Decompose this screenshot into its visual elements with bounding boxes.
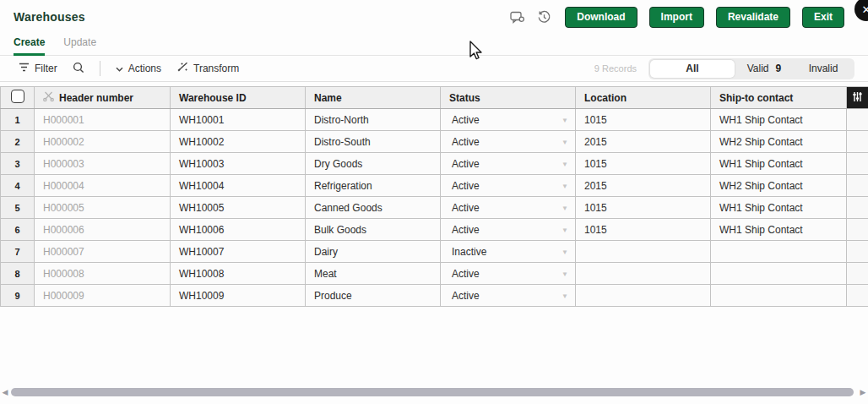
cell-name[interactable]: Produce: [306, 285, 441, 307]
row-gutter: [847, 219, 868, 241]
row-number[interactable]: 7: [1, 241, 35, 263]
cell-warehouse-id[interactable]: WH10003: [171, 153, 306, 175]
filter-label: Filter: [35, 63, 57, 74]
cell-warehouse-id[interactable]: WH10001: [171, 109, 306, 131]
import-button[interactable]: Import: [649, 7, 704, 28]
dropdown-chevron-icon: ▼: [561, 182, 568, 189]
tab-update[interactable]: Update: [63, 34, 96, 55]
scroll-right-arrow-icon[interactable]: ▶: [859, 388, 867, 396]
cell-header-number[interactable]: H000002: [35, 131, 171, 153]
cell-ship-to-contact[interactable]: WH1 Ship Contact: [711, 109, 847, 131]
cell-warehouse-id[interactable]: WH10005: [171, 197, 306, 219]
dropdown-chevron-icon: ▼: [561, 270, 568, 277]
cell-name[interactable]: Dry Goods: [306, 153, 441, 175]
cell-header-number[interactable]: H000004: [35, 175, 171, 197]
download-button[interactable]: Download: [565, 7, 637, 28]
cell-header-number[interactable]: H000003: [35, 153, 171, 175]
cell-header-number[interactable]: H000009: [35, 285, 171, 307]
feedback-icon[interactable]: [507, 8, 526, 26]
cell-status-dropdown[interactable]: Active▼: [441, 175, 576, 197]
cell-warehouse-id[interactable]: WH10008: [171, 263, 306, 285]
dropdown-chevron-icon: ▼: [561, 138, 568, 145]
cell-name[interactable]: Distro-North: [306, 109, 441, 131]
actions-menu-button[interactable]: Actions: [111, 60, 166, 77]
cell-warehouse-id[interactable]: WH10006: [171, 219, 306, 241]
cell-warehouse-id[interactable]: WH10007: [171, 241, 306, 263]
search-button[interactable]: [68, 59, 90, 79]
status-value: Active: [452, 224, 480, 236]
cell-ship-to-contact[interactable]: WH2 Ship Contact: [711, 131, 847, 153]
search-icon: [73, 62, 84, 76]
row-number[interactable]: 4: [1, 175, 35, 197]
cell-location[interactable]: 2015: [576, 131, 711, 153]
cell-name[interactable]: Dairy: [306, 241, 441, 263]
cell-location[interactable]: [576, 241, 711, 263]
cell-warehouse-id[interactable]: WH10004: [171, 175, 306, 197]
cell-status-dropdown[interactable]: Active▼: [441, 285, 576, 307]
column-header-name: Name: [306, 87, 441, 109]
row-gutter: [847, 241, 868, 263]
column-header-location: Location: [576, 87, 711, 109]
scrollbar-thumb[interactable]: [11, 388, 854, 396]
status-value: Active: [452, 114, 480, 126]
cell-location[interactable]: 1015: [576, 153, 711, 175]
segment-valid[interactable]: Valid 9: [735, 60, 794, 78]
exit-button[interactable]: Exit: [802, 7, 844, 28]
cell-ship-to-contact[interactable]: WH1 Ship Contact: [711, 219, 847, 241]
cell-name[interactable]: Meat: [306, 263, 441, 285]
cell-name[interactable]: Refrigeration: [306, 175, 441, 197]
cell-status-dropdown[interactable]: Inactive▼: [441, 241, 576, 263]
cell-status-dropdown[interactable]: Active▼: [441, 263, 576, 285]
segment-invalid[interactable]: Invalid: [794, 60, 853, 78]
transform-button[interactable]: Transform: [171, 59, 244, 78]
select-all-checkbox[interactable]: [11, 90, 24, 103]
actions-label: Actions: [128, 63, 161, 74]
cell-ship-to-contact[interactable]: [711, 241, 847, 263]
cell-header-number[interactable]: H000006: [35, 219, 171, 241]
cell-name[interactable]: Distro-South: [306, 131, 441, 153]
table-body: 1H000001WH10001Distro-NorthActive▼1015WH…: [1, 109, 868, 307]
cell-warehouse-id[interactable]: WH10009: [171, 285, 306, 307]
row-number[interactable]: 5: [1, 197, 35, 219]
close-button[interactable]: ✕: [854, 0, 868, 21]
cell-warehouse-id[interactable]: WH10002: [171, 131, 306, 153]
scroll-left-arrow-icon[interactable]: ◀: [1, 388, 9, 396]
cell-location[interactable]: [576, 285, 711, 307]
cell-ship-to-contact[interactable]: [711, 285, 847, 307]
cell-header-number[interactable]: H000001: [35, 109, 171, 131]
cell-location[interactable]: 1015: [576, 109, 711, 131]
cell-status-dropdown[interactable]: Active▼: [441, 153, 576, 175]
row-gutter: [847, 197, 868, 219]
cell-header-number[interactable]: H000008: [35, 263, 171, 285]
history-icon[interactable]: [534, 8, 553, 26]
cell-status-dropdown[interactable]: Active▼: [441, 197, 576, 219]
cell-location[interactable]: 1015: [576, 197, 711, 219]
cell-location[interactable]: [576, 263, 711, 285]
row-number[interactable]: 8: [1, 263, 35, 285]
cell-name[interactable]: Canned Goods: [306, 197, 441, 219]
revalidate-button[interactable]: Revalidate: [716, 7, 790, 28]
cell-header-number[interactable]: H000007: [35, 241, 171, 263]
toolbar: Filter Actions: [0, 56, 868, 82]
cell-location[interactable]: 1015: [576, 219, 711, 241]
row-number[interactable]: 1: [1, 109, 35, 131]
segment-all[interactable]: All: [650, 60, 735, 78]
filter-button[interactable]: Filter: [14, 60, 62, 77]
cell-name[interactable]: Bulk Goods: [306, 219, 441, 241]
row-number[interactable]: 3: [1, 153, 35, 175]
status-value: Active: [452, 202, 480, 214]
cell-ship-to-contact[interactable]: WH2 Ship Contact: [711, 175, 847, 197]
cell-ship-to-contact[interactable]: WH1 Ship Contact: [711, 197, 847, 219]
row-number[interactable]: 2: [1, 131, 35, 153]
cell-ship-to-contact[interactable]: [711, 263, 847, 285]
tab-create[interactable]: Create: [14, 34, 45, 55]
cell-status-dropdown[interactable]: Active▼: [441, 131, 576, 153]
cell-location[interactable]: 2015: [576, 175, 711, 197]
row-number[interactable]: 9: [1, 285, 35, 307]
cell-header-number[interactable]: H000005: [35, 197, 171, 219]
cell-ship-to-contact[interactable]: WH1 Ship Contact: [711, 153, 847, 175]
cell-status-dropdown[interactable]: Active▼: [441, 219, 576, 241]
cell-status-dropdown[interactable]: Active▼: [441, 109, 576, 131]
column-settings-button[interactable]: [847, 87, 868, 109]
row-number[interactable]: 6: [1, 219, 35, 241]
